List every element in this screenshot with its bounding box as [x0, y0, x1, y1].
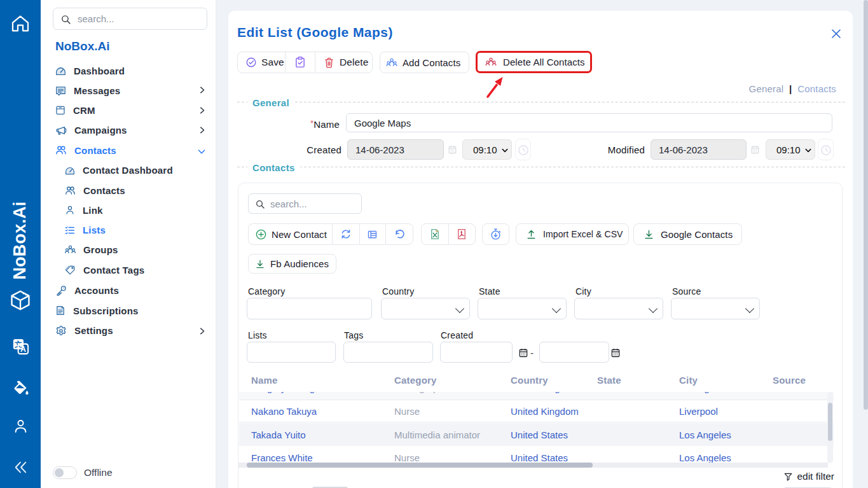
svg-text:A: A — [20, 345, 26, 354]
